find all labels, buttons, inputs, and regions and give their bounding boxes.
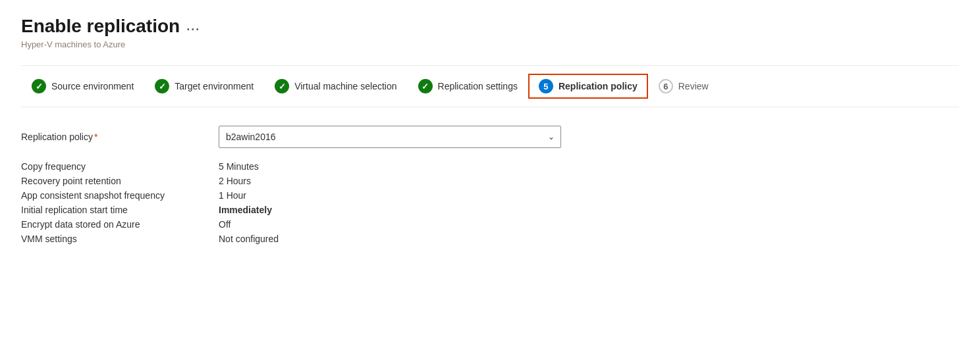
step-vm-check-icon xyxy=(275,79,289,93)
step-review-number-icon: 6 xyxy=(659,79,673,93)
recovery-point-label: Recovery point retention xyxy=(21,176,219,186)
step-review-label: Review xyxy=(678,81,709,91)
page-subtitle: Hyper-V machines to Azure xyxy=(21,39,959,49)
step-rep-policy-label: Replication policy xyxy=(558,81,638,91)
copy-frequency-row: Copy frequency 5 Minutes xyxy=(21,161,614,172)
step-vm-selection[interactable]: Virtual machine selection xyxy=(264,74,407,99)
replication-policy-row: Replication policy* b2awin2016 ⌄ xyxy=(21,126,614,148)
step-rep-settings-check-icon xyxy=(418,79,433,93)
step-target[interactable]: Target environment xyxy=(144,74,264,99)
recovery-point-value: 2 Hours xyxy=(219,176,251,186)
initial-replication-row: Initial replication start time Immediate… xyxy=(21,205,614,215)
policy-info-section: Copy frequency 5 Minutes Recovery point … xyxy=(21,161,614,244)
encrypt-data-value: Off xyxy=(219,219,231,230)
step-rep-settings-label: Replication settings xyxy=(438,81,518,91)
required-indicator: * xyxy=(94,132,97,142)
wizard-steps: Source environment Target environment Vi… xyxy=(21,65,959,107)
replication-policy-select-wrapper: b2awin2016 ⌄ xyxy=(219,126,561,148)
page-header: Enable replication ... Hyper-V machines … xyxy=(21,16,959,49)
step-source[interactable]: Source environment xyxy=(21,74,144,99)
step-source-label: Source environment xyxy=(51,81,134,91)
initial-replication-label: Initial replication start time xyxy=(21,205,219,215)
vmm-settings-row: VMM settings Not configured xyxy=(21,234,614,244)
copy-frequency-value: 5 Minutes xyxy=(219,161,259,172)
step-vm-label: Virtual machine selection xyxy=(294,81,396,91)
replication-policy-label: Replication policy* xyxy=(21,132,219,142)
encrypt-data-row: Encrypt data stored on Azure Off xyxy=(21,219,614,230)
step-replication-policy[interactable]: 5 Replication policy xyxy=(528,74,648,99)
step-target-label: Target environment xyxy=(175,81,254,91)
step-rep-policy-number-icon: 5 xyxy=(539,79,553,93)
form-section: Replication policy* b2awin2016 ⌄ Copy fr… xyxy=(21,126,614,244)
copy-frequency-label: Copy frequency xyxy=(21,161,219,172)
step-review[interactable]: 6 Review xyxy=(648,74,719,99)
snapshot-frequency-label: App consistent snapshot frequency xyxy=(21,190,219,201)
vmm-settings-value: Not configured xyxy=(219,234,279,244)
step-target-check-icon xyxy=(155,79,169,93)
step-source-check-icon xyxy=(32,79,46,93)
initial-replication-value: Immediately xyxy=(219,205,272,215)
page-title: Enable replication xyxy=(21,16,180,37)
encrypt-data-label: Encrypt data stored on Azure xyxy=(21,219,219,230)
more-options-icon[interactable]: ... xyxy=(186,20,200,34)
snapshot-frequency-value: 1 Hour xyxy=(219,190,246,201)
snapshot-frequency-row: App consistent snapshot frequency 1 Hour xyxy=(21,190,614,201)
recovery-point-row: Recovery point retention 2 Hours xyxy=(21,176,614,186)
vmm-settings-label: VMM settings xyxy=(21,234,219,244)
replication-policy-select[interactable]: b2awin2016 xyxy=(219,126,561,148)
step-replication-settings[interactable]: Replication settings xyxy=(408,74,528,99)
